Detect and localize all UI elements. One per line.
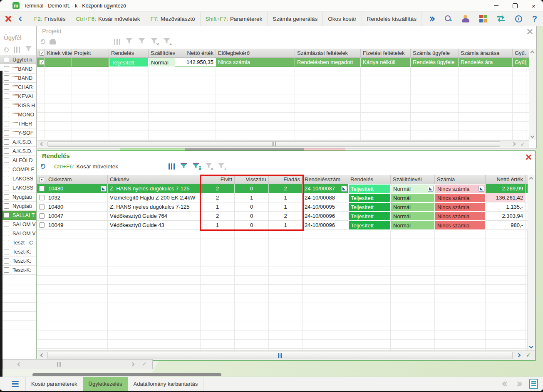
filter-values-icon[interactable]	[193, 163, 200, 170]
column-header[interactable]: Szállítólevél	[391, 175, 435, 184]
row-checkbox[interactable]	[4, 267, 9, 273]
cell-dropdown-button[interactable]	[101, 186, 107, 192]
back-button[interactable]	[19, 15, 23, 22]
projekt-vertical-scrollbar[interactable]	[529, 49, 536, 140]
column-header[interactable]: Kinek vitte	[45, 49, 72, 58]
column-header[interactable]: Számla árazása	[459, 49, 513, 58]
rendeles-horizontal-scrollbar[interactable]: ✓	[37, 350, 535, 360]
column-header[interactable]: Eladás	[269, 175, 302, 184]
select-all-checkbox[interactable]	[4, 57, 9, 62]
toolbar-menu-item[interactable]: Ctrl+F6:Kosár műveletek	[71, 12, 145, 26]
scroll-right-icon[interactable]	[131, 362, 135, 367]
transfer-icon[interactable]	[497, 15, 505, 22]
menu-icon[interactable]	[12, 381, 19, 387]
scrollbar-thumb[interactable]	[47, 141, 500, 147]
column-header[interactable]: Számlázási feltételek	[295, 49, 361, 58]
column-header[interactable]: Számla	[435, 175, 486, 184]
minimize-button[interactable]	[487, 0, 506, 12]
cancel-icon[interactable]	[4, 15, 12, 22]
sidebar-column-header[interactable]: Ügyfél n	[0, 55, 36, 64]
row-checkbox[interactable]	[39, 204, 45, 210]
projekt-table-row[interactable]: Teljesített Normál 142.950,35 Nincs szám…	[37, 58, 529, 67]
scroll-right-icon[interactable]	[512, 142, 516, 146]
filter-icon[interactable]	[25, 46, 32, 54]
row-checkbox[interactable]	[4, 94, 9, 99]
rendeles-vertical-scrollbar[interactable]	[528, 175, 535, 350]
projekt-horizontal-scrollbar[interactable]: ✓	[37, 140, 529, 148]
row-checkbox[interactable]	[39, 195, 45, 200]
user-icon[interactable]	[462, 15, 469, 22]
column-header[interactable]: Rendelés	[109, 49, 149, 58]
row-checkbox[interactable]	[4, 176, 9, 181]
row-checkbox[interactable]	[4, 75, 9, 81]
toolbar-menu-item[interactable]: Okos kosár	[322, 12, 361, 26]
scroll-down-icon[interactable]	[531, 134, 535, 138]
customer-list-item[interactable]: SALOM V	[0, 220, 36, 229]
help-icon[interactable]: ?	[532, 14, 537, 24]
background-horizontal-scrollbar[interactable]: ✓	[2, 359, 153, 369]
customer-list-item[interactable]: ALFÖLD	[0, 156, 36, 165]
previous-icon[interactable]	[503, 382, 508, 386]
customer-list-item[interactable]: A.K.S.D.	[0, 147, 36, 156]
column-header[interactable]: Cikknév	[108, 175, 201, 184]
scroll-left-icon[interactable]	[40, 353, 45, 357]
window-resize-bar[interactable]	[32, 373, 221, 376]
scroll-up-icon[interactable]	[531, 51, 535, 55]
customer-list-item[interactable]: COMPLE	[0, 165, 36, 174]
info-icon[interactable]: i	[515, 15, 522, 22]
row-checkbox[interactable]	[4, 103, 9, 108]
next-icon[interactable]	[516, 382, 522, 386]
cell-dropdown-button[interactable]	[428, 186, 434, 192]
column-header[interactable]: Fizetési feltételek	[361, 49, 411, 58]
row-checkbox[interactable]	[4, 130, 9, 136]
customer-list-item[interactable]: Teszt - C	[0, 238, 36, 247]
status-tab[interactable]: Adatállomány karbantartás	[128, 377, 204, 391]
scroll-right-icon[interactable]	[517, 353, 521, 357]
projekt-close-icon[interactable]	[526, 28, 533, 35]
customer-list-item[interactable]: Nyugtaü	[0, 202, 36, 211]
columns-icon[interactable]	[169, 163, 175, 170]
confirm-icon[interactable]: ✓	[526, 352, 531, 358]
refresh-icon[interactable]	[40, 164, 45, 169]
customer-list-item[interactable]: LAKOSS	[0, 183, 36, 192]
column-header[interactable]: Projekt	[72, 49, 109, 58]
row-checkbox[interactable]	[4, 112, 9, 117]
cell-dropdown-button[interactable]	[341, 186, 347, 192]
scroll-down-icon[interactable]	[529, 345, 533, 349]
customer-list-item[interactable]: SALOM V	[0, 229, 36, 238]
columns-icon[interactable]	[14, 47, 20, 53]
customer-list-item[interactable]: """Y-SOF	[0, 128, 36, 138]
close-button[interactable]: ×	[524, 0, 543, 12]
customer-list-item[interactable]: """BAND	[0, 64, 36, 74]
row-checkbox[interactable]	[4, 222, 9, 227]
customer-list-item[interactable]: """BAND	[0, 74, 36, 83]
maximize-button[interactable]	[506, 0, 524, 12]
row-checkbox[interactable]	[4, 167, 9, 172]
column-header[interactable]: Rendelés	[348, 175, 391, 184]
column-header[interactable]: Cikkszám	[46, 175, 108, 184]
order-row[interactable]: 1032 Vízmelegítő Hajdu Z-200 EK 2,4kW 2 …	[37, 193, 528, 202]
filter-icon[interactable]	[180, 163, 187, 170]
toolbar-menu-item[interactable]: F7:Mezőválasztó	[145, 12, 200, 26]
column-header[interactable]: Elvitt	[201, 175, 235, 184]
scroll-left-icon[interactable]	[17, 362, 22, 367]
column-header[interactable]: Nettó érték	[486, 175, 526, 184]
row-checkbox[interactable]	[4, 240, 9, 245]
row-checkbox[interactable]	[39, 222, 45, 228]
toolbar-menu-item[interactable]: Számla generálás	[267, 12, 322, 26]
row-checkbox[interactable]	[4, 66, 9, 71]
confirm-icon[interactable]: ✓	[520, 141, 525, 148]
row-checkbox[interactable]	[4, 84, 9, 90]
row-checkbox[interactable]	[4, 231, 9, 236]
scroll-up-icon[interactable]	[529, 177, 533, 181]
column-header[interactable]: Gyű...	[513, 49, 526, 58]
kosar-muveletek-button[interactable]: Ctrl+F6:Kosár műveletek	[49, 163, 123, 170]
row-checkbox[interactable]	[4, 258, 9, 264]
toolbar-menu-item[interactable]: Shift+F7:Paraméterek	[200, 12, 268, 26]
order-row[interactable]: 10047 Védőkesztyű Guide 764 2 0 2 24-10/…	[37, 212, 528, 221]
status-tab[interactable]: Ügyletkezelés	[83, 377, 128, 391]
row-checkbox[interactable]	[4, 203, 9, 209]
column-header[interactable]: Szállítólevél	[149, 49, 175, 58]
customer-list-item[interactable]: A.K.S.D.	[0, 138, 36, 147]
scroll-left-icon[interactable]	[40, 142, 45, 146]
